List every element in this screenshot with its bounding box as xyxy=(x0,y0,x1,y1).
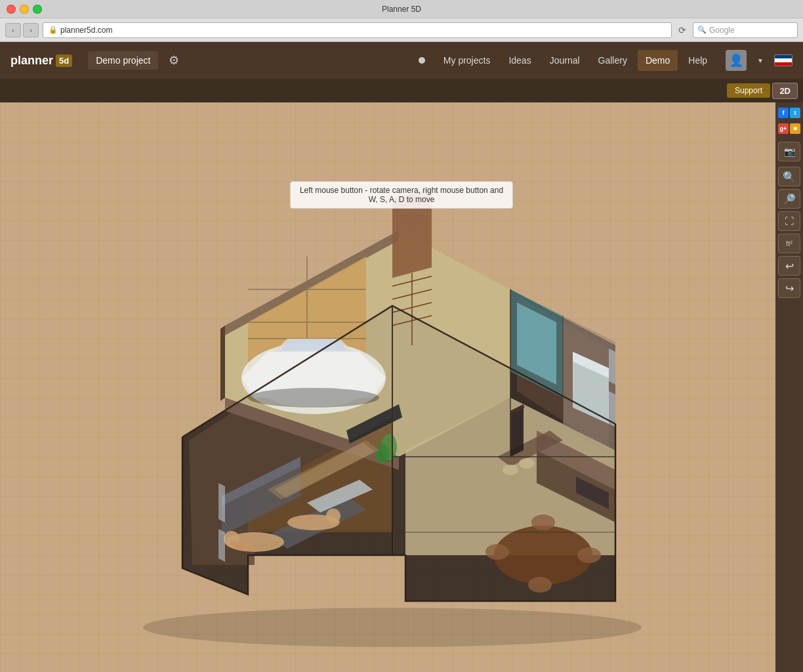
user-avatar[interactable]: 👤 xyxy=(726,50,747,71)
facebook-button[interactable]: f xyxy=(778,108,789,118)
logo-accent: 5d xyxy=(56,54,72,67)
url-text: planner5d.com xyxy=(60,26,112,35)
nav-ideas[interactable]: Ideas xyxy=(501,50,539,71)
main-viewport[interactable]: Left mouse button - rotate camera, right… xyxy=(0,102,803,672)
user-dropdown-arrow[interactable]: ▼ xyxy=(757,57,764,64)
star-button[interactable]: ★ xyxy=(790,123,800,134)
svg-point-40 xyxy=(376,444,389,463)
minimize-button[interactable] xyxy=(20,5,29,14)
nav-my-projects[interactable]: My projects xyxy=(436,50,499,71)
house-scene[interactable] xyxy=(117,175,655,647)
floor-plan-svg xyxy=(117,175,655,647)
units-label: ft² xyxy=(786,240,793,247)
fullscreen-icon: ⛶ xyxy=(785,216,794,226)
svg-marker-61 xyxy=(218,483,225,522)
svg-point-46 xyxy=(485,544,509,560)
social-buttons-2: g+ ★ xyxy=(778,123,800,134)
twitter-button[interactable]: t xyxy=(790,108,800,118)
nav-demo[interactable]: Demo xyxy=(638,50,678,71)
camera-button[interactable]: 📷 xyxy=(778,142,800,161)
browser-toolbar: ‹ › 🔒 planner5d.com ⟳ 🔍 Google xyxy=(0,18,803,42)
maximize-button[interactable] xyxy=(33,5,42,14)
redo-icon: ↪ xyxy=(785,282,794,295)
redo-button[interactable]: ↪ xyxy=(778,278,800,298)
svg-marker-59 xyxy=(609,348,615,385)
svg-marker-62 xyxy=(218,529,225,562)
logo-area: planner 5d xyxy=(10,54,72,68)
svg-point-56 xyxy=(326,509,340,523)
zoom-in-button[interactable]: 🔍 xyxy=(778,167,800,186)
search-icon: 🔍 xyxy=(697,26,707,34)
svg-point-49 xyxy=(528,577,552,593)
view-2d-button[interactable]: 2D xyxy=(772,83,798,99)
language-flag[interactable] xyxy=(774,54,793,66)
nav-dot xyxy=(419,57,425,64)
tooltip-text-2: W, S, A, D to move xyxy=(300,195,503,204)
svg-point-50 xyxy=(503,465,518,475)
nav-links: My projects Ideas Journal Gallery Demo H… xyxy=(436,50,715,71)
secure-icon: 🔒 xyxy=(49,26,58,34)
forward-button[interactable]: › xyxy=(23,23,39,37)
support-button[interactable]: Support xyxy=(727,83,770,98)
nav-journal[interactable]: Journal xyxy=(542,50,588,71)
address-bar[interactable]: 🔒 planner5d.com xyxy=(43,22,672,38)
undo-icon: ↩ xyxy=(785,260,794,272)
reload-button[interactable]: ⟳ xyxy=(676,24,689,37)
browser-title: Planner 5D xyxy=(382,5,421,14)
svg-point-21 xyxy=(248,388,379,408)
zoom-out-button[interactable]: 🔍 xyxy=(778,189,800,209)
back-button[interactable]: ‹ xyxy=(5,23,21,37)
gplus-button[interactable]: g+ xyxy=(778,123,789,134)
nav-buttons: ‹ › xyxy=(5,23,39,37)
sub-toolbar: Support 2D xyxy=(0,79,803,102)
undo-button[interactable]: ↩ xyxy=(778,256,800,276)
social-buttons: f t xyxy=(778,108,800,118)
logo-text: planner xyxy=(10,54,53,68)
project-name[interactable]: Demo project xyxy=(88,51,158,70)
browser-title-bar: Planner 5D xyxy=(0,0,803,18)
app-header: planner 5d Demo project ⚙ My projects Id… xyxy=(0,42,803,79)
units-button[interactable]: ft² xyxy=(778,234,800,253)
fullscreen-button[interactable]: ⛶ xyxy=(778,211,800,231)
zoom-in-icon: 🔍 xyxy=(783,171,796,183)
close-button[interactable] xyxy=(7,5,16,14)
window-controls xyxy=(7,5,42,14)
right-sidebar: f t g+ ★ 📷 🔍 🔍 ⛶ ft² ↩ xyxy=(775,102,803,672)
tooltip-bar: Left mouse button - rotate camera, right… xyxy=(290,181,513,209)
nav-help[interactable]: Help xyxy=(680,50,715,71)
svg-point-47 xyxy=(577,547,601,563)
svg-point-51 xyxy=(519,458,535,469)
camera-icon: 📷 xyxy=(784,146,795,157)
search-placeholder: Google xyxy=(709,26,735,35)
nav-gallery[interactable]: Gallery xyxy=(590,50,635,71)
tooltip-text-1: Left mouse button - rotate camera, right… xyxy=(300,186,503,195)
zoom-out-icon: 🔍 xyxy=(783,193,796,205)
svg-marker-10 xyxy=(220,326,225,401)
search-bar[interactable]: 🔍 Google xyxy=(693,22,798,38)
svg-point-0 xyxy=(143,608,642,647)
svg-point-48 xyxy=(531,514,555,530)
settings-button[interactable]: ⚙ xyxy=(169,53,179,68)
